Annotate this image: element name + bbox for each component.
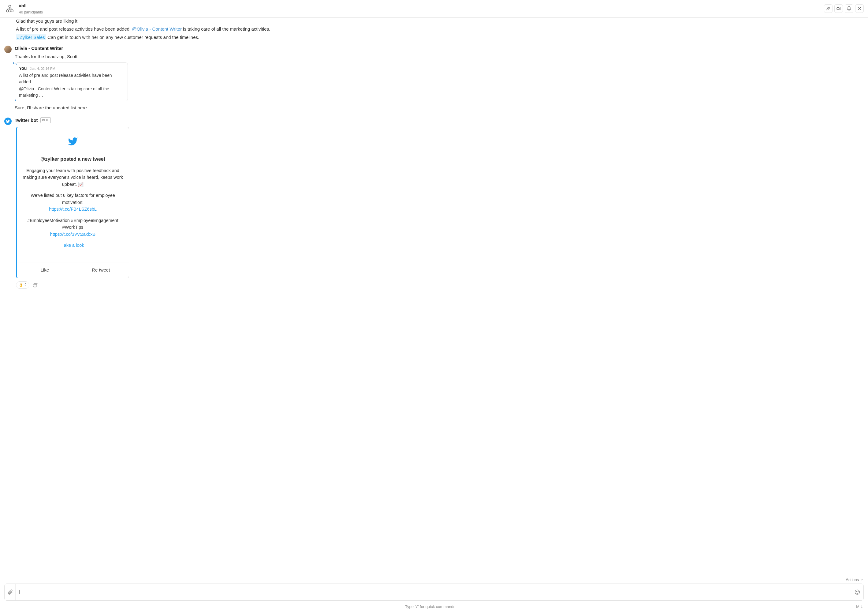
svg-point-5 [11, 10, 14, 12]
channel-avatar-icon [4, 3, 15, 14]
text-line: Sure, I'll share the updated list here. [15, 104, 864, 112]
tweet-cta: Take a look [22, 242, 124, 249]
message-twitterbot: Twitter bot BOT [4, 117, 864, 125]
svg-point-16 [35, 285, 36, 285]
markdown-hint-label: M [856, 604, 859, 610]
text-line: Thanks for the heads-up, Scott. [15, 53, 864, 60]
reaction-count: 2 [25, 282, 26, 288]
channel-name: #all [19, 2, 824, 9]
reaction-emoji: 👌 [19, 282, 23, 288]
messages-list[interactable]: Glad that you guys are liking it! A list… [0, 18, 868, 576]
attach-button[interactable] [5, 584, 16, 600]
markdown-hint[interactable]: M [856, 604, 864, 610]
text-part: Can get in touch with her on any new cus… [46, 34, 199, 40]
mention-olivia[interactable]: @Olivia - Content Writer [132, 26, 182, 31]
svg-point-0 [9, 5, 11, 8]
svg-point-21 [858, 591, 859, 592]
tweet-actions: Like Re tweet [17, 262, 129, 278]
reaction-ok[interactable]: 👌 2 [16, 281, 29, 289]
tweet-link[interactable]: https://t.co/3Vvt2axbxB [50, 232, 96, 237]
text-line: #Zylker Sales Can get in touch with her … [16, 34, 864, 41]
message-composer: | [4, 584, 864, 601]
message-header: Twitter bot BOT [15, 117, 864, 124]
text-line: Glad that you guys are liking it! [16, 18, 864, 25]
avatar [4, 46, 12, 53]
tweet-text: #EmployeeMotivation #EmployeeEngagement … [27, 218, 118, 230]
tweet-card: @zylker posted a new tweet Engaging your… [16, 127, 129, 278]
text-line: A list of pre and post release activitie… [16, 26, 864, 33]
quote-line: @Olivia - Content Writer is taking care … [19, 86, 124, 99]
message-header: Olivia - Content Writer [15, 45, 864, 52]
close-button[interactable] [855, 4, 864, 13]
svg-point-15 [34, 285, 34, 285]
message-olivia: Olivia - Content Writer Thanks for the h… [4, 45, 864, 113]
reactions-bar: 👌 2 [16, 281, 864, 289]
author-name: Olivia - Content Writer [15, 45, 63, 52]
actions-label: Actions [846, 577, 859, 583]
quote-time: Jan. 4, 02:16 PM [30, 66, 55, 71]
tweet-paragraph: Engaging your team with positive feedbac… [22, 167, 124, 188]
like-button[interactable]: Like [17, 263, 73, 278]
composer-area: Actions | [0, 576, 868, 603]
channel-header: #all 40 participants [0, 0, 868, 18]
actions-dropdown[interactable]: Actions [4, 577, 864, 583]
tweet-paragraph: We've listed out 6 key factors for emplo… [22, 192, 124, 213]
smiley-icon [854, 589, 860, 595]
emoji-button[interactable] [851, 589, 863, 595]
take-a-look-link[interactable]: Take a look [62, 243, 84, 248]
bot-badge: BOT [40, 117, 51, 123]
slash-hint: Type "/" for quick commands [405, 604, 456, 610]
retweet-button[interactable]: Re tweet [73, 263, 129, 278]
svg-point-4 [9, 10, 11, 12]
channel-info: #all 40 participants [19, 2, 824, 15]
tweet-paragraph: #EmployeeMotivation #EmployeeEngagement … [22, 217, 124, 238]
notifications-button[interactable] [845, 4, 853, 13]
author-name: Twitter bot [15, 117, 38, 124]
quote-line: A list of pre and post release activitie… [19, 72, 124, 85]
text-part: is taking care of all the marketing acti… [182, 26, 270, 31]
arrow-down-icon [860, 605, 864, 608]
message-input[interactable]: | [16, 586, 851, 598]
header-actions [824, 4, 864, 13]
chevron-down-icon [860, 578, 864, 582]
quote-author: You [19, 65, 26, 71]
quote-card[interactable]: You Jan. 4, 02:16 PM A list of pre and p… [15, 62, 128, 101]
add-reaction-button[interactable] [32, 282, 39, 288]
quoted-reply: You Jan. 4, 02:16 PM A list of pre and p… [15, 62, 128, 101]
paperclip-icon [7, 589, 13, 595]
app-root: #all 40 participants [0, 0, 868, 612]
footer-hints: Type "/" for quick commands M [0, 603, 868, 612]
svg-point-20 [856, 591, 857, 592]
tweet-card-wrap: @zylker posted a new tweet Engaging your… [16, 127, 864, 278]
avatar-twitter [4, 118, 12, 125]
svg-point-8 [827, 7, 829, 9]
tweet-link[interactable]: https://t.co/FB4LSZ6sbL [49, 207, 97, 211]
svg-point-19 [855, 590, 860, 594]
channel-hashtag[interactable]: #Zylker Sales [16, 34, 46, 40]
message-scott-continued: Glad that you guys are liking it! A list… [4, 18, 864, 41]
reply-icon [12, 61, 17, 66]
video-call-button[interactable] [834, 4, 843, 13]
text-part: A list of pre and post release activitie… [16, 26, 132, 31]
svg-rect-11 [837, 8, 839, 10]
add-participant-button[interactable] [824, 4, 832, 13]
tweet-text: We've listed out 6 key factors for emplo… [31, 193, 115, 205]
channel-participants: 40 participants [19, 9, 824, 15]
svg-point-14 [33, 284, 37, 287]
tweet-title: @zylker posted a new tweet [22, 155, 124, 163]
twitter-icon [22, 136, 124, 149]
svg-point-3 [6, 10, 9, 12]
